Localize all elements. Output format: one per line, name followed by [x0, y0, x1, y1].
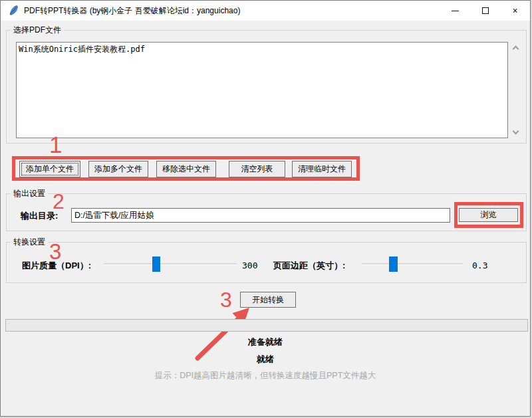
margin-value: 0.3: [472, 261, 487, 270]
window-title: PDF转PPT转换器 (by钢小金子 吾爱破解论坛id：yanguichao): [24, 5, 240, 17]
hint-text: 提示：DPI越高图片越清晰，但转换速度越慢且PPT文件越大: [1, 370, 530, 381]
dpi-slider-handle[interactable]: [152, 257, 160, 272]
margin-slider-handle[interactable]: [389, 257, 398, 272]
dpi-slider-trough[interactable]: [104, 263, 237, 265]
app-window: PDF转PPT转换器 (by钢小金子 吾爱破解论坛id：yanguichao) …: [0, 0, 531, 417]
add-single-file-button[interactable]: 添加单个文件: [19, 161, 80, 177]
file-section-label: 选择PDF文件: [11, 25, 64, 36]
clear-list-button[interactable]: 清空列表: [229, 161, 285, 177]
start-convert-button[interactable]: 开始转换: [240, 292, 296, 308]
output-section-label: 输出设置: [11, 188, 48, 199]
convert-section-label: 转换设置: [11, 237, 48, 248]
clean-temp-files-button[interactable]: 清理临时文件: [292, 161, 352, 177]
output-dir-input[interactable]: D:/迅雷下载/应用姑娘: [71, 208, 450, 223]
dpi-slider[interactable]: [104, 257, 237, 272]
window-controls: ×: [440, 1, 530, 21]
margin-slider[interactable]: [362, 257, 463, 272]
remove-selected-button[interactable]: 移除选中文件: [156, 161, 216, 177]
close-button[interactable]: ×: [500, 1, 530, 21]
status-line-primary: 准备就绪: [1, 336, 530, 348]
margin-slider-trough[interactable]: [362, 263, 463, 265]
minimize-button[interactable]: [440, 1, 470, 21]
listbox-scrollbar[interactable]: [510, 42, 523, 138]
status-line-secondary: 就绪: [1, 354, 530, 366]
annotation-step3-start: 3: [220, 289, 232, 310]
dpi-label: 图片质量（DPI）:: [22, 260, 91, 272]
annotation-step1: 1: [49, 133, 62, 156]
scrollbar-up-icon[interactable]: [513, 46, 519, 52]
scrollbar-down-icon[interactable]: [513, 128, 519, 135]
pdf-file-listbox[interactable]: Win系统Oniric插件安装教程.pdf: [16, 42, 508, 138]
maximize-icon: [482, 7, 489, 14]
maximize-button[interactable]: [470, 1, 500, 21]
close-icon: ×: [512, 6, 517, 15]
progress-bar: [5, 319, 528, 332]
tk-feather-icon: [8, 5, 19, 17]
add-multiple-files-button[interactable]: 添加多个文件: [88, 161, 148, 177]
margin-label: 页面边距（英寸）:: [273, 260, 345, 272]
title-bar: PDF转PPT转换器 (by钢小金子 吾爱破解论坛id：yanguichao) …: [1, 1, 530, 21]
browse-button[interactable]: 浏览: [459, 208, 518, 222]
list-item[interactable]: Win系统Oniric插件安装教程.pdf: [17, 43, 507, 56]
minimize-icon: [452, 11, 459, 11]
dpi-value: 300: [242, 261, 257, 270]
output-dir-label: 输出目录:: [21, 210, 58, 222]
annotation-step2: 2: [53, 191, 65, 212]
